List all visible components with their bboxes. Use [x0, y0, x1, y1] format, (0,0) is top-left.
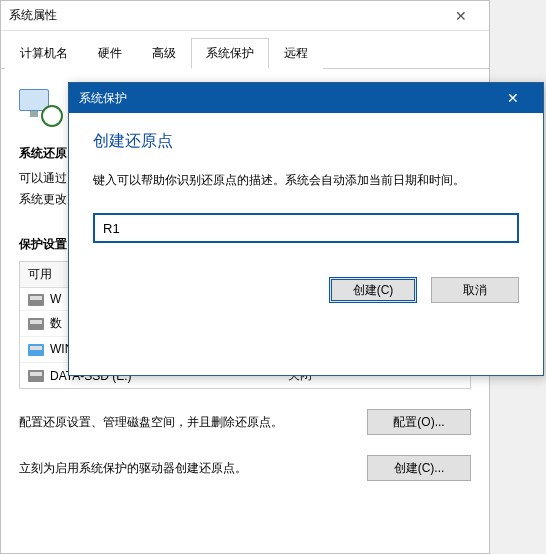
configure-text: 配置还原设置、管理磁盘空间，并且删除还原点。 — [19, 414, 355, 431]
configure-row: 配置还原设置、管理磁盘空间，并且删除还原点。 配置(O)... — [19, 409, 471, 435]
dialog-button-row: 创建(C) 取消 — [93, 277, 519, 303]
create-button[interactable]: 创建(C)... — [367, 455, 471, 481]
system-restore-icon — [19, 83, 63, 127]
tab-advanced[interactable]: 高级 — [137, 38, 191, 69]
dialog-create-button[interactable]: 创建(C) — [329, 277, 417, 303]
main-window-title: 系统属性 — [9, 7, 441, 24]
dialog-description: 键入可以帮助你识别还原点的描述。系统会自动添加当前日期和时间。 — [93, 172, 519, 189]
drive-icon — [28, 318, 44, 330]
tab-computer-name[interactable]: 计算机名 — [5, 38, 83, 69]
configure-button[interactable]: 配置(O)... — [367, 409, 471, 435]
main-titlebar: 系统属性 ✕ — [1, 1, 489, 31]
close-icon[interactable]: ✕ — [441, 8, 481, 24]
dialog-title: 系统保护 — [79, 90, 493, 107]
tab-hardware[interactable]: 硬件 — [83, 38, 137, 69]
drive-name: W — [50, 292, 61, 306]
dialog-heading: 创建还原点 — [93, 131, 519, 152]
drive-name: 数 — [50, 316, 62, 330]
create-row: 立刻为启用系统保护的驱动器创建还原点。 创建(C)... — [19, 455, 471, 481]
tab-strip: 计算机名 硬件 高级 系统保护 远程 — [1, 33, 489, 69]
dialog-titlebar: 系统保护 ✕ — [69, 83, 543, 113]
dialog-body: 创建还原点 键入可以帮助你识别还原点的描述。系统会自动添加当前日期和时间。 创建… — [69, 113, 543, 319]
restore-point-name-input[interactable] — [93, 213, 519, 243]
close-icon[interactable]: ✕ — [493, 90, 533, 106]
tab-remote[interactable]: 远程 — [269, 38, 323, 69]
dialog-cancel-button[interactable]: 取消 — [431, 277, 519, 303]
tab-system-protection[interactable]: 系统保护 — [191, 38, 269, 69]
create-text: 立刻为启用系统保护的驱动器创建还原点。 — [19, 460, 355, 477]
drive-icon — [28, 294, 44, 306]
drive-icon — [28, 344, 44, 356]
create-restore-point-dialog: 系统保护 ✕ 创建还原点 键入可以帮助你识别还原点的描述。系统会自动添加当前日期… — [68, 82, 544, 376]
drive-icon — [28, 370, 44, 382]
